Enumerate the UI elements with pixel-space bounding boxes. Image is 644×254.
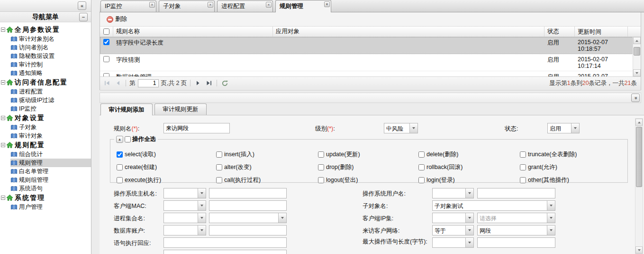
sidebar-item-object-settings[interactable]: 对象设置 xyxy=(1,113,91,123)
sidebar-item-visitor-alias[interactable]: 访问者别名 xyxy=(10,43,91,52)
level-select[interactable]: 中风险 xyxy=(384,123,418,133)
scrollbar-thumb[interactable] xyxy=(636,127,642,187)
chevron-down-icon[interactable] xyxy=(547,201,555,210)
chevron-down-icon[interactable] xyxy=(465,226,473,235)
op-checkbox-other[interactable]: other(其他操作) xyxy=(520,176,626,185)
close-icon[interactable]: × xyxy=(266,2,272,8)
db-account-operator-select[interactable] xyxy=(163,225,206,235)
process-set-operator-select[interactable] xyxy=(163,213,206,223)
op-checkbox-logout[interactable]: logout(登出) xyxy=(318,176,418,185)
grid-scrollbar[interactable] xyxy=(633,37,641,76)
last-page-button[interactable] xyxy=(205,79,213,87)
sub-object-select[interactable]: 子对象测试 xyxy=(432,200,555,211)
visitor-network-select[interactable]: 网段 xyxy=(477,225,555,235)
collapse-minus-icon[interactable] xyxy=(1,28,5,32)
tab-ip-monitor[interactable]: IP监控× xyxy=(100,0,156,12)
table-row[interactable]: 字段猜测 启用 2015-02-07 10:17:14 xyxy=(100,54,641,71)
sidebar-item-whitelist-management[interactable]: 白名单管理 xyxy=(10,167,91,176)
sidebar-splitter[interactable] xyxy=(92,0,100,254)
tab-audit-rule-update[interactable]: 审计规则更新 xyxy=(154,103,207,115)
collapse-minus-icon[interactable] xyxy=(1,80,5,85)
client-ip-set-select[interactable]: 请选择 xyxy=(477,213,555,223)
table-row[interactable]: 猜字段中记录长度 启用 2015-02-07 10:18:57 xyxy=(100,37,641,54)
op-checkbox-rollback[interactable]: rollback(回滚) xyxy=(418,163,520,172)
statement-response-input[interactable] xyxy=(163,237,287,248)
status-select[interactable]: 启用 xyxy=(547,123,580,133)
tab-rule-management[interactable]: 规则管理× xyxy=(275,0,331,12)
column-header-status[interactable]: 状态 xyxy=(544,27,575,37)
op-checkbox-drop[interactable]: drop(删除) xyxy=(318,163,418,172)
collapse-fieldset-button[interactable]: ▴ xyxy=(116,136,123,143)
sidebar-item-rule-config[interactable]: 规则配置 xyxy=(1,140,91,150)
op-checkbox-create[interactable]: create(创建) xyxy=(117,163,216,172)
form-input-partial[interactable] xyxy=(163,250,287,254)
chevron-down-icon[interactable] xyxy=(198,226,206,235)
column-header-applied-object[interactable]: 应用对象 xyxy=(273,27,544,37)
sidebar-item-global-param-settings[interactable]: 全局参数设置 xyxy=(1,25,91,35)
column-header-updated[interactable]: 更新时间 xyxy=(575,27,628,37)
chevron-down-icon[interactable] xyxy=(198,213,206,223)
sidebar-item-private-data-settings[interactable]: 隐秘数据设置 xyxy=(10,52,91,60)
chevron-down-icon[interactable] xyxy=(198,188,206,198)
op-checkbox-select[interactable]: select(读取) xyxy=(117,150,216,159)
select-all-checkbox[interactable] xyxy=(103,28,109,35)
select-all-operations-checkbox[interactable] xyxy=(125,136,131,142)
sidebar-item-audit-control[interactable]: 审计控制 xyxy=(10,60,91,69)
scroll-up-icon[interactable] xyxy=(633,37,641,44)
op-checkbox-call[interactable]: call(执行过程) xyxy=(216,176,318,185)
table-row[interactable]: 数据对象管理 启用 2015-02-07 xyxy=(100,71,641,76)
chevron-down-icon[interactable] xyxy=(571,123,579,133)
client-mac-operator-select[interactable] xyxy=(163,200,206,211)
chevron-down-icon[interactable] xyxy=(465,213,473,223)
collapse-minus-icon[interactable] xyxy=(1,116,5,120)
chevron-down-icon[interactable] xyxy=(409,123,417,133)
row-checkbox[interactable] xyxy=(103,73,109,76)
collapse-minus-icon[interactable] xyxy=(1,196,5,200)
sidebar-item-system-management[interactable]: 系统管理 xyxy=(1,193,91,203)
chevron-down-icon[interactable] xyxy=(278,213,286,223)
db-account-input[interactable] xyxy=(209,225,287,235)
rule-name-input[interactable] xyxy=(163,123,230,133)
sidebar-item-rule-group-management[interactable]: 规则组管理 xyxy=(10,176,91,184)
op-checkbox-grant[interactable]: grant(允许) xyxy=(520,163,626,172)
op-checkbox-alter[interactable]: alter(改变) xyxy=(216,163,318,172)
sidebar-item-audit-object-alias[interactable]: 审计对象别名 xyxy=(10,35,91,43)
first-page-button[interactable] xyxy=(103,79,111,87)
collapse-panel-button[interactable]: « xyxy=(631,94,640,102)
op-checkbox-truncate[interactable]: truncate(全表删除) xyxy=(520,150,626,159)
tab-process-config[interactable]: 进程配置× xyxy=(217,0,273,12)
scroll-up-icon[interactable] xyxy=(635,119,643,126)
op-checkbox-insert[interactable]: insert(插入) xyxy=(216,150,318,159)
max-statement-length-input[interactable] xyxy=(477,237,555,248)
op-checkbox-execute[interactable]: execute(执行) xyxy=(117,176,216,185)
chevron-down-icon[interactable] xyxy=(198,201,206,210)
visitor-network-operator-select[interactable]: 等于 xyxy=(432,225,474,235)
os-hostname-operator-select[interactable] xyxy=(163,188,206,198)
select-all-cell[interactable] xyxy=(100,27,113,37)
chevron-down-icon[interactable] xyxy=(465,238,473,247)
client-ip-set-operator-select[interactable] xyxy=(432,213,474,223)
sidebar-item-user-management[interactable]: 用户管理 xyxy=(10,203,91,211)
page-number-input[interactable] xyxy=(138,79,159,87)
os-username-operator-select[interactable] xyxy=(432,188,474,198)
op-checkbox-login[interactable]: login(登录) xyxy=(418,176,520,185)
close-icon[interactable]: × xyxy=(208,2,213,8)
column-header-rule-name[interactable]: 规则名称 xyxy=(113,27,273,37)
sidebar-item-notify-policy[interactable]: 通知策略 xyxy=(10,69,91,77)
client-mac-input[interactable] xyxy=(209,200,287,211)
chevron-down-icon[interactable] xyxy=(547,213,555,223)
scroll-down-icon[interactable] xyxy=(633,69,641,76)
next-page-button[interactable] xyxy=(194,79,202,87)
chevron-down-icon[interactable] xyxy=(465,188,473,198)
refresh-button[interactable] xyxy=(220,79,229,87)
tab-audit-rule-add[interactable]: 审计规则添加 xyxy=(100,103,153,115)
process-set-select[interactable] xyxy=(209,213,287,223)
collapse-minus-icon[interactable] xyxy=(1,143,5,147)
prev-page-button[interactable] xyxy=(114,79,122,87)
delete-button[interactable]: 删除 xyxy=(104,14,130,24)
sidebar-item-system-statement[interactable]: 系统语句 xyxy=(10,184,91,193)
sidebar-item-visitor-info-config[interactable]: 访问者信息配置 xyxy=(1,77,91,87)
sidebar-item-ip-monitor[interactable]: IP监控 xyxy=(10,104,91,113)
sidebar-item-rule-management[interactable]: 规则管理 xyxy=(10,159,91,167)
scroll-down-icon[interactable] xyxy=(635,246,643,254)
